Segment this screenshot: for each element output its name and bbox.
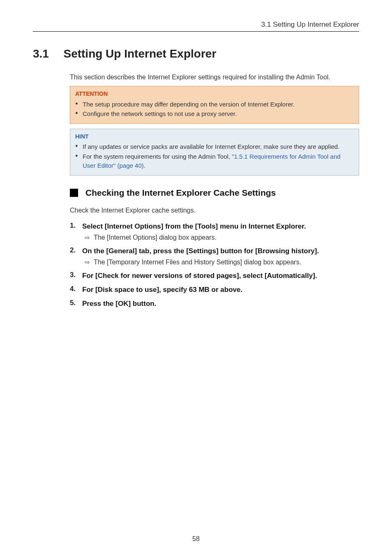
attention-item: The setup procedure may differ depending… (75, 100, 354, 109)
hint-title: HINT (75, 132, 354, 141)
section-title: Setting Up Internet Explorer (63, 47, 216, 60)
attention-title: ATTENTION (75, 90, 354, 98)
hint-item-suffix: . (144, 162, 145, 169)
step-title: Select [Internet Options] from the [Tool… (82, 222, 359, 231)
step-result: The [Temporary Internet Files and Histor… (82, 258, 359, 267)
hint-item: If any updates or service packs are avai… (75, 142, 354, 151)
header-breadcrumb: 3.1 Setting Up Internet Explorer (33, 21, 359, 32)
subsection-title: Checking the Internet Explorer Cache Set… (85, 188, 276, 198)
attention-box: ATTENTION The setup procedure may differ… (70, 86, 359, 124)
section-number: 3.1 (33, 47, 62, 60)
attention-item: Configure the network settings to not us… (75, 109, 354, 118)
step-item: On the [General] tab, press the [Setting… (70, 246, 359, 267)
step-result: The [Internet Options] dialog box appear… (82, 233, 359, 242)
square-bullet-icon (70, 189, 78, 197)
step-title: For [Disk space to use], specify 63 MB o… (82, 285, 359, 295)
subsection-heading: Checking the Internet Explorer Cache Set… (70, 188, 359, 198)
hint-box: HINT If any updates or service packs are… (70, 129, 359, 176)
hint-item: For the system requirements for using th… (75, 152, 354, 170)
section-heading: 3.1 Setting Up Internet Explorer (33, 47, 359, 60)
step-title: For [Check for newer versions of stored … (82, 271, 359, 281)
step-title: On the [General] tab, press the [Setting… (82, 246, 359, 256)
subsection-intro: Check the Internet Explorer cache settin… (70, 207, 359, 214)
step-item: For [Check for newer versions of stored … (70, 271, 359, 281)
page-number: 58 (0, 535, 392, 543)
step-title: Press the [OK] button. (82, 299, 359, 309)
step-item: For [Disk space to use], specify 63 MB o… (70, 285, 359, 295)
step-item: Select [Internet Options] from the [Tool… (70, 222, 359, 242)
hint-item-prefix: For the system requirements for using th… (83, 153, 232, 160)
step-list: Select [Internet Options] from the [Tool… (70, 222, 359, 309)
intro-text: This section describes the Internet Expl… (70, 73, 359, 82)
step-item: Press the [OK] button. (70, 299, 359, 309)
